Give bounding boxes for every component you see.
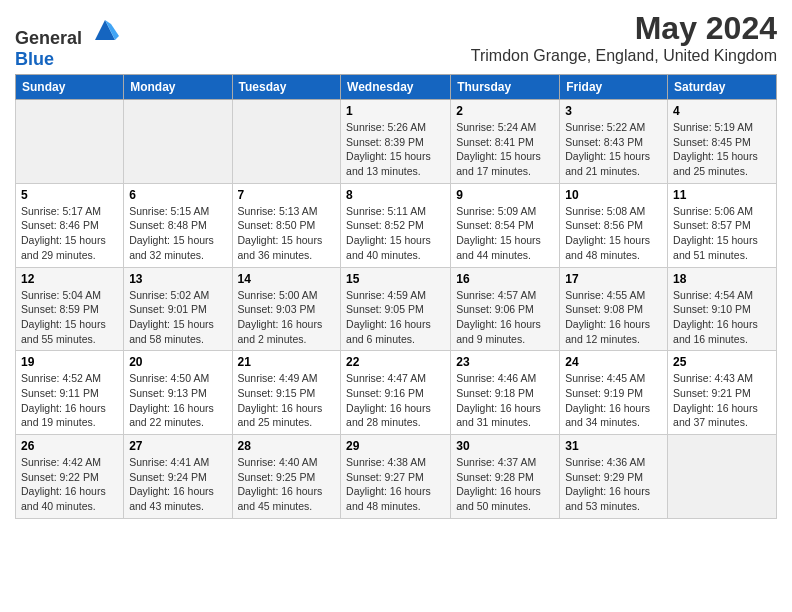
day-number: 15 <box>346 272 445 286</box>
day-info: Sunrise: 4:59 AM Sunset: 9:05 PM Dayligh… <box>346 288 445 347</box>
day-info: Sunrise: 4:54 AM Sunset: 9:10 PM Dayligh… <box>673 288 771 347</box>
calendar-day-cell: 6Sunrise: 5:15 AM Sunset: 8:48 PM Daylig… <box>124 183 232 267</box>
day-number: 28 <box>238 439 336 453</box>
day-info: Sunrise: 5:00 AM Sunset: 9:03 PM Dayligh… <box>238 288 336 347</box>
day-info: Sunrise: 5:13 AM Sunset: 8:50 PM Dayligh… <box>238 204 336 263</box>
calendar-week-row: 5Sunrise: 5:17 AM Sunset: 8:46 PM Daylig… <box>16 183 777 267</box>
day-info: Sunrise: 5:06 AM Sunset: 8:57 PM Dayligh… <box>673 204 771 263</box>
day-info: Sunrise: 4:49 AM Sunset: 9:15 PM Dayligh… <box>238 371 336 430</box>
day-number: 2 <box>456 104 554 118</box>
day-info: Sunrise: 4:41 AM Sunset: 9:24 PM Dayligh… <box>129 455 226 514</box>
day-number: 17 <box>565 272 662 286</box>
calendar-day-cell: 16Sunrise: 4:57 AM Sunset: 9:06 PM Dayli… <box>451 267 560 351</box>
calendar-day-cell <box>232 100 341 184</box>
calendar-day-cell: 23Sunrise: 4:46 AM Sunset: 9:18 PM Dayli… <box>451 351 560 435</box>
day-number: 11 <box>673 188 771 202</box>
day-number: 4 <box>673 104 771 118</box>
day-number: 10 <box>565 188 662 202</box>
day-of-week-header: Wednesday <box>341 75 451 100</box>
day-info: Sunrise: 5:09 AM Sunset: 8:54 PM Dayligh… <box>456 204 554 263</box>
day-of-week-header: Thursday <box>451 75 560 100</box>
day-number: 25 <box>673 355 771 369</box>
day-number: 7 <box>238 188 336 202</box>
calendar-day-cell: 9Sunrise: 5:09 AM Sunset: 8:54 PM Daylig… <box>451 183 560 267</box>
day-number: 20 <box>129 355 226 369</box>
day-number: 13 <box>129 272 226 286</box>
calendar-day-cell: 19Sunrise: 4:52 AM Sunset: 9:11 PM Dayli… <box>16 351 124 435</box>
calendar-day-cell: 17Sunrise: 4:55 AM Sunset: 9:08 PM Dayli… <box>560 267 668 351</box>
day-info: Sunrise: 5:15 AM Sunset: 8:48 PM Dayligh… <box>129 204 226 263</box>
day-number: 31 <box>565 439 662 453</box>
calendar-day-cell: 24Sunrise: 4:45 AM Sunset: 9:19 PM Dayli… <box>560 351 668 435</box>
day-info: Sunrise: 5:11 AM Sunset: 8:52 PM Dayligh… <box>346 204 445 263</box>
day-number: 1 <box>346 104 445 118</box>
day-number: 24 <box>565 355 662 369</box>
logo: General Blue <box>15 16 119 70</box>
logo-general: General <box>15 28 82 48</box>
header: General Blue May 2024 Trimdon Grange, En… <box>15 10 777 70</box>
calendar-day-cell: 14Sunrise: 5:00 AM Sunset: 9:03 PM Dayli… <box>232 267 341 351</box>
day-number: 19 <box>21 355 118 369</box>
day-number: 9 <box>456 188 554 202</box>
calendar-day-cell: 12Sunrise: 5:04 AM Sunset: 8:59 PM Dayli… <box>16 267 124 351</box>
calendar-day-cell: 1Sunrise: 5:26 AM Sunset: 8:39 PM Daylig… <box>341 100 451 184</box>
subtitle: Trimdon Grange, England, United Kingdom <box>471 47 777 65</box>
calendar-day-cell: 25Sunrise: 4:43 AM Sunset: 9:21 PM Dayli… <box>668 351 777 435</box>
day-info: Sunrise: 4:43 AM Sunset: 9:21 PM Dayligh… <box>673 371 771 430</box>
day-info: Sunrise: 4:47 AM Sunset: 9:16 PM Dayligh… <box>346 371 445 430</box>
calendar-week-row: 12Sunrise: 5:04 AM Sunset: 8:59 PM Dayli… <box>16 267 777 351</box>
day-of-week-header: Sunday <box>16 75 124 100</box>
day-info: Sunrise: 5:22 AM Sunset: 8:43 PM Dayligh… <box>565 120 662 179</box>
day-info: Sunrise: 5:17 AM Sunset: 8:46 PM Dayligh… <box>21 204 118 263</box>
day-info: Sunrise: 5:24 AM Sunset: 8:41 PM Dayligh… <box>456 120 554 179</box>
day-of-week-header: Monday <box>124 75 232 100</box>
day-info: Sunrise: 4:55 AM Sunset: 9:08 PM Dayligh… <box>565 288 662 347</box>
day-of-week-header: Saturday <box>668 75 777 100</box>
calendar-day-cell: 27Sunrise: 4:41 AM Sunset: 9:24 PM Dayli… <box>124 435 232 519</box>
day-number: 29 <box>346 439 445 453</box>
day-number: 26 <box>21 439 118 453</box>
calendar-day-cell: 8Sunrise: 5:11 AM Sunset: 8:52 PM Daylig… <box>341 183 451 267</box>
day-number: 18 <box>673 272 771 286</box>
calendar-week-row: 26Sunrise: 4:42 AM Sunset: 9:22 PM Dayli… <box>16 435 777 519</box>
calendar-day-cell: 21Sunrise: 4:49 AM Sunset: 9:15 PM Dayli… <box>232 351 341 435</box>
calendar-week-row: 19Sunrise: 4:52 AM Sunset: 9:11 PM Dayli… <box>16 351 777 435</box>
logo-blue: Blue <box>15 49 54 69</box>
day-number: 5 <box>21 188 118 202</box>
logo-icon <box>91 16 119 44</box>
calendar-day-cell: 13Sunrise: 5:02 AM Sunset: 9:01 PM Dayli… <box>124 267 232 351</box>
calendar-day-cell: 15Sunrise: 4:59 AM Sunset: 9:05 PM Dayli… <box>341 267 451 351</box>
day-info: Sunrise: 5:08 AM Sunset: 8:56 PM Dayligh… <box>565 204 662 263</box>
day-info: Sunrise: 4:52 AM Sunset: 9:11 PM Dayligh… <box>21 371 118 430</box>
day-info: Sunrise: 4:42 AM Sunset: 9:22 PM Dayligh… <box>21 455 118 514</box>
calendar-day-cell: 18Sunrise: 4:54 AM Sunset: 9:10 PM Dayli… <box>668 267 777 351</box>
calendar-day-cell: 31Sunrise: 4:36 AM Sunset: 9:29 PM Dayli… <box>560 435 668 519</box>
calendar-day-cell: 28Sunrise: 4:40 AM Sunset: 9:25 PM Dayli… <box>232 435 341 519</box>
day-of-week-header: Friday <box>560 75 668 100</box>
day-info: Sunrise: 4:36 AM Sunset: 9:29 PM Dayligh… <box>565 455 662 514</box>
calendar-day-cell: 7Sunrise: 5:13 AM Sunset: 8:50 PM Daylig… <box>232 183 341 267</box>
day-info: Sunrise: 4:45 AM Sunset: 9:19 PM Dayligh… <box>565 371 662 430</box>
day-info: Sunrise: 4:37 AM Sunset: 9:28 PM Dayligh… <box>456 455 554 514</box>
calendar-day-cell: 29Sunrise: 4:38 AM Sunset: 9:27 PM Dayli… <box>341 435 451 519</box>
calendar-week-row: 1Sunrise: 5:26 AM Sunset: 8:39 PM Daylig… <box>16 100 777 184</box>
day-number: 27 <box>129 439 226 453</box>
logo-text: General Blue <box>15 16 119 70</box>
calendar-day-cell: 20Sunrise: 4:50 AM Sunset: 9:13 PM Dayli… <box>124 351 232 435</box>
day-info: Sunrise: 4:50 AM Sunset: 9:13 PM Dayligh… <box>129 371 226 430</box>
calendar-day-cell: 2Sunrise: 5:24 AM Sunset: 8:41 PM Daylig… <box>451 100 560 184</box>
day-of-week-header: Tuesday <box>232 75 341 100</box>
calendar-day-cell: 3Sunrise: 5:22 AM Sunset: 8:43 PM Daylig… <box>560 100 668 184</box>
day-info: Sunrise: 4:40 AM Sunset: 9:25 PM Dayligh… <box>238 455 336 514</box>
calendar-table: SundayMondayTuesdayWednesdayThursdayFrid… <box>15 74 777 519</box>
day-info: Sunrise: 4:38 AM Sunset: 9:27 PM Dayligh… <box>346 455 445 514</box>
day-number: 14 <box>238 272 336 286</box>
calendar-day-cell <box>668 435 777 519</box>
calendar-day-cell: 22Sunrise: 4:47 AM Sunset: 9:16 PM Dayli… <box>341 351 451 435</box>
day-number: 21 <box>238 355 336 369</box>
calendar-day-cell: 5Sunrise: 5:17 AM Sunset: 8:46 PM Daylig… <box>16 183 124 267</box>
calendar-day-cell <box>124 100 232 184</box>
day-info: Sunrise: 4:46 AM Sunset: 9:18 PM Dayligh… <box>456 371 554 430</box>
day-number: 16 <box>456 272 554 286</box>
main-title: May 2024 <box>471 10 777 47</box>
